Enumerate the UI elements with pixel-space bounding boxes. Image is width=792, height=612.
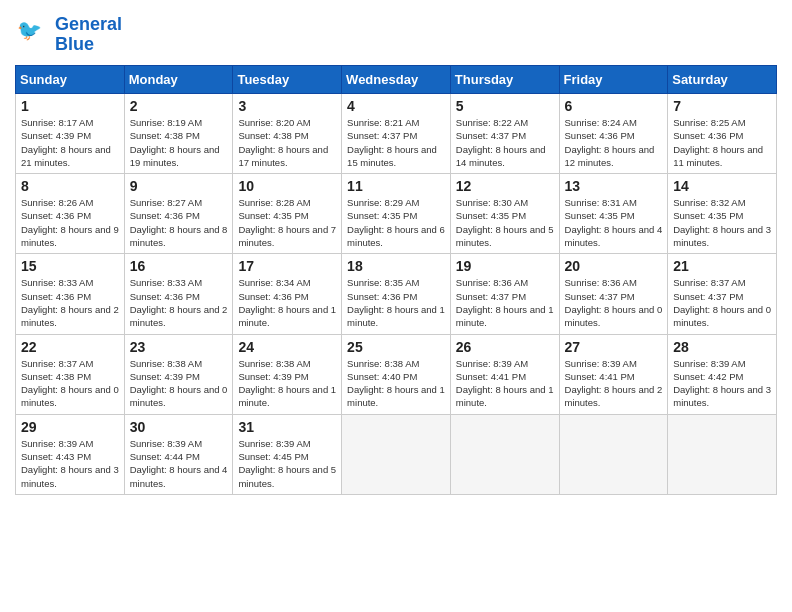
day-info: Sunrise: 8:30 AM Sunset: 4:35 PM Dayligh… <box>456 196 554 249</box>
calendar-cell: 2 Sunrise: 8:19 AM Sunset: 4:38 PM Dayli… <box>124 94 233 174</box>
calendar-cell: 19 Sunrise: 8:36 AM Sunset: 4:37 PM Dayl… <box>450 254 559 334</box>
day-info: Sunrise: 8:39 AM Sunset: 4:41 PM Dayligh… <box>565 357 663 410</box>
day-number: 14 <box>673 178 771 194</box>
day-number: 31 <box>238 419 336 435</box>
day-info: Sunrise: 8:33 AM Sunset: 4:36 PM Dayligh… <box>130 276 228 329</box>
day-info: Sunrise: 8:27 AM Sunset: 4:36 PM Dayligh… <box>130 196 228 249</box>
day-number: 4 <box>347 98 445 114</box>
day-number: 27 <box>565 339 663 355</box>
calendar-cell: 25 Sunrise: 8:38 AM Sunset: 4:40 PM Dayl… <box>342 334 451 414</box>
calendar-cell: 3 Sunrise: 8:20 AM Sunset: 4:38 PM Dayli… <box>233 94 342 174</box>
day-info: Sunrise: 8:25 AM Sunset: 4:36 PM Dayligh… <box>673 116 771 169</box>
day-info: Sunrise: 8:36 AM Sunset: 4:37 PM Dayligh… <box>565 276 663 329</box>
day-number: 30 <box>130 419 228 435</box>
day-number: 29 <box>21 419 119 435</box>
day-info: Sunrise: 8:39 AM Sunset: 4:43 PM Dayligh… <box>21 437 119 490</box>
calendar-cell: 21 Sunrise: 8:37 AM Sunset: 4:37 PM Dayl… <box>668 254 777 334</box>
day-info: Sunrise: 8:38 AM Sunset: 4:40 PM Dayligh… <box>347 357 445 410</box>
logo-text: GeneralBlue <box>55 15 122 55</box>
calendar-cell: 9 Sunrise: 8:27 AM Sunset: 4:36 PM Dayli… <box>124 174 233 254</box>
calendar-cell <box>450 414 559 494</box>
day-number: 28 <box>673 339 771 355</box>
day-info: Sunrise: 8:35 AM Sunset: 4:36 PM Dayligh… <box>347 276 445 329</box>
day-info: Sunrise: 8:39 AM Sunset: 4:41 PM Dayligh… <box>456 357 554 410</box>
calendar-cell: 20 Sunrise: 8:36 AM Sunset: 4:37 PM Dayl… <box>559 254 668 334</box>
calendar-cell: 5 Sunrise: 8:22 AM Sunset: 4:37 PM Dayli… <box>450 94 559 174</box>
day-number: 7 <box>673 98 771 114</box>
day-info: Sunrise: 8:17 AM Sunset: 4:39 PM Dayligh… <box>21 116 119 169</box>
calendar-cell: 30 Sunrise: 8:39 AM Sunset: 4:44 PM Dayl… <box>124 414 233 494</box>
day-info: Sunrise: 8:29 AM Sunset: 4:35 PM Dayligh… <box>347 196 445 249</box>
day-number: 6 <box>565 98 663 114</box>
calendar-cell: 16 Sunrise: 8:33 AM Sunset: 4:36 PM Dayl… <box>124 254 233 334</box>
day-info: Sunrise: 8:38 AM Sunset: 4:39 PM Dayligh… <box>238 357 336 410</box>
weekday-header-tuesday: Tuesday <box>233 66 342 94</box>
calendar-cell: 4 Sunrise: 8:21 AM Sunset: 4:37 PM Dayli… <box>342 94 451 174</box>
logo: 🐦 GeneralBlue <box>15 15 122 55</box>
day-number: 25 <box>347 339 445 355</box>
calendar-cell: 11 Sunrise: 8:29 AM Sunset: 4:35 PM Dayl… <box>342 174 451 254</box>
day-info: Sunrise: 8:39 AM Sunset: 4:44 PM Dayligh… <box>130 437 228 490</box>
calendar-cell: 26 Sunrise: 8:39 AM Sunset: 4:41 PM Dayl… <box>450 334 559 414</box>
calendar-cell: 29 Sunrise: 8:39 AM Sunset: 4:43 PM Dayl… <box>16 414 125 494</box>
day-info: Sunrise: 8:19 AM Sunset: 4:38 PM Dayligh… <box>130 116 228 169</box>
day-info: Sunrise: 8:33 AM Sunset: 4:36 PM Dayligh… <box>21 276 119 329</box>
day-number: 19 <box>456 258 554 274</box>
day-info: Sunrise: 8:34 AM Sunset: 4:36 PM Dayligh… <box>238 276 336 329</box>
calendar-cell <box>559 414 668 494</box>
day-number: 13 <box>565 178 663 194</box>
day-info: Sunrise: 8:37 AM Sunset: 4:38 PM Dayligh… <box>21 357 119 410</box>
day-info: Sunrise: 8:38 AM Sunset: 4:39 PM Dayligh… <box>130 357 228 410</box>
day-number: 12 <box>456 178 554 194</box>
weekday-header-monday: Monday <box>124 66 233 94</box>
day-number: 2 <box>130 98 228 114</box>
day-number: 22 <box>21 339 119 355</box>
calendar-cell: 15 Sunrise: 8:33 AM Sunset: 4:36 PM Dayl… <box>16 254 125 334</box>
calendar-cell: 8 Sunrise: 8:26 AM Sunset: 4:36 PM Dayli… <box>16 174 125 254</box>
day-info: Sunrise: 8:21 AM Sunset: 4:37 PM Dayligh… <box>347 116 445 169</box>
calendar-cell: 10 Sunrise: 8:28 AM Sunset: 4:35 PM Dayl… <box>233 174 342 254</box>
day-info: Sunrise: 8:28 AM Sunset: 4:35 PM Dayligh… <box>238 196 336 249</box>
calendar-table: SundayMondayTuesdayWednesdayThursdayFrid… <box>15 65 777 495</box>
day-info: Sunrise: 8:20 AM Sunset: 4:38 PM Dayligh… <box>238 116 336 169</box>
day-number: 5 <box>456 98 554 114</box>
day-number: 21 <box>673 258 771 274</box>
calendar-cell: 12 Sunrise: 8:30 AM Sunset: 4:35 PM Dayl… <box>450 174 559 254</box>
day-number: 8 <box>21 178 119 194</box>
weekday-header-wednesday: Wednesday <box>342 66 451 94</box>
calendar-cell <box>668 414 777 494</box>
calendar-cell <box>342 414 451 494</box>
calendar-cell: 27 Sunrise: 8:39 AM Sunset: 4:41 PM Dayl… <box>559 334 668 414</box>
day-number: 11 <box>347 178 445 194</box>
weekday-header-friday: Friday <box>559 66 668 94</box>
calendar-cell: 28 Sunrise: 8:39 AM Sunset: 4:42 PM Dayl… <box>668 334 777 414</box>
day-number: 18 <box>347 258 445 274</box>
day-number: 26 <box>456 339 554 355</box>
day-number: 20 <box>565 258 663 274</box>
calendar-cell: 31 Sunrise: 8:39 AM Sunset: 4:45 PM Dayl… <box>233 414 342 494</box>
calendar-cell: 13 Sunrise: 8:31 AM Sunset: 4:35 PM Dayl… <box>559 174 668 254</box>
day-info: Sunrise: 8:39 AM Sunset: 4:42 PM Dayligh… <box>673 357 771 410</box>
calendar-cell: 22 Sunrise: 8:37 AM Sunset: 4:38 PM Dayl… <box>16 334 125 414</box>
svg-text:🐦: 🐦 <box>17 18 42 42</box>
day-number: 3 <box>238 98 336 114</box>
day-number: 16 <box>130 258 228 274</box>
logo-icon: 🐦 <box>15 15 51 51</box>
day-number: 9 <box>130 178 228 194</box>
day-info: Sunrise: 8:32 AM Sunset: 4:35 PM Dayligh… <box>673 196 771 249</box>
day-info: Sunrise: 8:36 AM Sunset: 4:37 PM Dayligh… <box>456 276 554 329</box>
day-number: 15 <box>21 258 119 274</box>
weekday-header-saturday: Saturday <box>668 66 777 94</box>
day-info: Sunrise: 8:31 AM Sunset: 4:35 PM Dayligh… <box>565 196 663 249</box>
day-info: Sunrise: 8:37 AM Sunset: 4:37 PM Dayligh… <box>673 276 771 329</box>
day-number: 17 <box>238 258 336 274</box>
weekday-header-sunday: Sunday <box>16 66 125 94</box>
calendar-cell: 23 Sunrise: 8:38 AM Sunset: 4:39 PM Dayl… <box>124 334 233 414</box>
calendar-cell: 18 Sunrise: 8:35 AM Sunset: 4:36 PM Dayl… <box>342 254 451 334</box>
calendar-cell: 7 Sunrise: 8:25 AM Sunset: 4:36 PM Dayli… <box>668 94 777 174</box>
calendar-cell: 17 Sunrise: 8:34 AM Sunset: 4:36 PM Dayl… <box>233 254 342 334</box>
day-info: Sunrise: 8:24 AM Sunset: 4:36 PM Dayligh… <box>565 116 663 169</box>
day-number: 10 <box>238 178 336 194</box>
day-info: Sunrise: 8:39 AM Sunset: 4:45 PM Dayligh… <box>238 437 336 490</box>
day-number: 24 <box>238 339 336 355</box>
